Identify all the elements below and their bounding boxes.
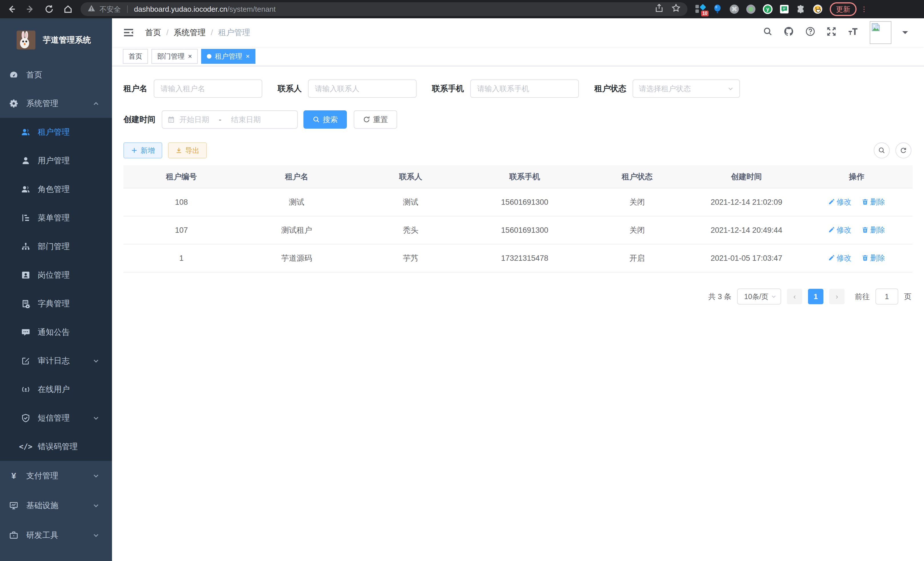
avatar-caret-icon[interactable] (902, 31, 908, 37)
tab-home[interactable]: 首页 (123, 49, 148, 64)
error-code-icon: </> (21, 442, 30, 451)
sidebar-item-payment[interactable]: ¥ 支付管理 (0, 461, 112, 491)
page-size-select[interactable]: 10条/页 (737, 289, 781, 305)
sidebar-item-sms[interactable]: 短信管理 (0, 404, 112, 432)
edit-link[interactable]: 修改 (828, 253, 851, 263)
chevron-down-icon (93, 357, 99, 364)
refresh-icon (900, 147, 907, 154)
extension-green-dot-icon[interactable] (746, 5, 755, 14)
infrastructure-icon (9, 501, 18, 510)
sidebar-collapse-icon[interactable] (119, 28, 138, 37)
breadcrumb-home[interactable]: 首页 (145, 27, 161, 38)
table-toolbar: 新增 导出 (123, 142, 913, 158)
sidebar-item-dev-tools[interactable]: 研发工具 (0, 520, 112, 550)
roles-icon (21, 185, 30, 194)
edit-link[interactable]: 修改 (828, 197, 851, 207)
prev-page-button[interactable]: ‹ (787, 289, 802, 304)
menu-tree-icon (21, 213, 30, 223)
sidebar-item-role[interactable]: 角色管理 (0, 175, 112, 204)
sms-shield-icon (21, 414, 30, 423)
tab-tenant[interactable]: 租户管理 × (201, 49, 255, 64)
sidebar-item-post[interactable]: 岗位管理 (0, 261, 112, 289)
table-header-row: 租户编号 租户名 联系人 联系手机 租户状态 创建时间 操作 (123, 165, 913, 188)
github-icon[interactable] (783, 26, 794, 39)
payment-icon: ¥ (9, 471, 18, 480)
extension-grid-icon[interactable]: 10 (695, 4, 705, 14)
url-bar[interactable]: 不安全 dashboard.yudao.iocoder.cn/system/te… (81, 2, 687, 16)
phone-input[interactable] (470, 80, 579, 98)
tab-dept[interactable]: 部门管理 × (152, 49, 198, 64)
trash-icon (862, 226, 868, 233)
delete-link[interactable]: 删除 (862, 225, 885, 235)
sidebar-item-error-code[interactable]: </> 错误码管理 (0, 432, 112, 461)
reset-button[interactable]: 重置 (354, 110, 397, 129)
create-time-label: 创建时间 (123, 114, 162, 125)
contact-input[interactable] (308, 80, 417, 98)
search-button[interactable]: 搜索 (303, 110, 347, 129)
url-path: /system/tenant (227, 5, 276, 14)
font-size-icon[interactable] (848, 27, 859, 38)
sidebar-item-online-user[interactable]: 在线用户 (0, 375, 112, 404)
breadcrumb: 首页 / 系统管理 / 租户管理 (145, 27, 250, 38)
sidebar-item-audit-log[interactable]: 审计日志 (0, 347, 112, 375)
sidebar-item-home[interactable]: 首页 (0, 61, 112, 89)
fullscreen-icon[interactable] (826, 26, 837, 39)
back-icon[interactable] (7, 5, 16, 14)
sidebar-item-dict[interactable]: 字典管理 (0, 289, 112, 318)
chevron-down-icon (93, 472, 99, 479)
status-text: 关闭 (582, 216, 693, 244)
extension-puzzle-icon[interactable] (796, 4, 806, 14)
extension-balloon-icon[interactable] (712, 4, 722, 14)
avatar[interactable] (870, 21, 891, 44)
current-page-button[interactable]: 1 (808, 289, 824, 304)
sidebar-item-system[interactable]: 系统管理 (0, 89, 112, 118)
breadcrumb-system[interactable]: 系统管理 (174, 27, 206, 38)
status-text: 开启 (582, 244, 693, 272)
announcement-icon (21, 328, 30, 337)
reload-icon[interactable] (45, 5, 54, 14)
close-icon[interactable]: × (188, 52, 192, 60)
sidebar-item-user[interactable]: 用户管理 (0, 146, 112, 175)
help-icon[interactable] (805, 26, 815, 39)
goto-page-input[interactable] (875, 289, 898, 305)
add-button[interactable]: 新增 (123, 142, 162, 158)
pagination: 共 3 条 10条/页 ‹ 1 › 前往 页 (123, 289, 913, 305)
start-date-placeholder: 开始日期 (179, 115, 209, 125)
create-time-range-input[interactable]: 开始日期 - 结束日期 (162, 110, 298, 129)
home-icon[interactable] (63, 5, 73, 14)
calendar-icon (167, 116, 175, 123)
extension-command-icon[interactable]: ⌘ (730, 5, 739, 14)
extension-y-icon[interactable]: y (763, 4, 772, 14)
refresh-table-button[interactable] (896, 142, 911, 158)
search-icon (878, 147, 885, 154)
delete-link[interactable]: 删除 (862, 253, 885, 263)
online-user-icon (21, 385, 30, 394)
header-search-icon[interactable] (763, 27, 772, 39)
security-warning-icon[interactable] (87, 4, 95, 15)
sidebar-item-tenant[interactable]: 租户管理 (0, 118, 112, 146)
tenant-name-input[interactable] (154, 80, 262, 98)
next-page-button[interactable]: › (829, 289, 844, 304)
logo-rabbit-image (16, 31, 35, 50)
sidebar-item-notice[interactable]: 通知公告 (0, 318, 112, 347)
sidebar-item-menu[interactable]: 菜单管理 (0, 204, 112, 232)
extension-smiley-icon[interactable] (813, 5, 822, 14)
update-button[interactable]: 更新 (830, 2, 856, 16)
sidebar-item-dept[interactable]: 部门管理 (0, 232, 112, 261)
url-host: dashboard.yudao.iocoder.cn (134, 5, 227, 14)
bookmark-star-icon[interactable] (671, 3, 681, 15)
audit-log-icon (21, 356, 30, 365)
forward-icon[interactable] (26, 5, 35, 14)
delete-link[interactable]: 删除 (862, 197, 885, 207)
browser-menu-icon[interactable]: ⋮ (861, 5, 867, 13)
close-icon[interactable]: × (246, 52, 250, 60)
show-search-toggle-button[interactable] (874, 142, 890, 158)
export-button[interactable]: 导出 (168, 142, 207, 158)
share-icon[interactable] (655, 4, 663, 15)
app-logo[interactable]: 芋道管理系统 (0, 18, 112, 61)
extension-chat-icon[interactable] (780, 5, 789, 14)
edit-link[interactable]: 修改 (828, 225, 851, 235)
sidebar-item-infra[interactable]: 基础设施 (0, 491, 112, 520)
status-select[interactable]: 请选择租户状态 (633, 80, 740, 98)
col-tenant-name: 租户名 (239, 165, 354, 188)
